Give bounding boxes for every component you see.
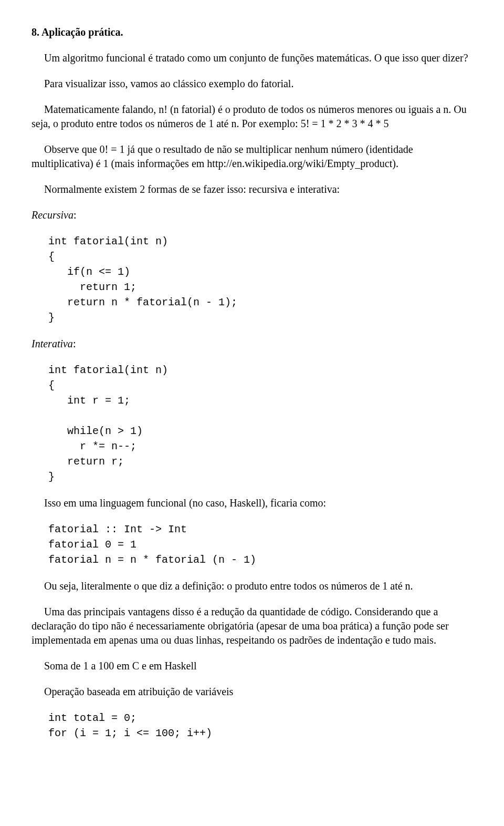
paragraph-intro: Um algoritmo funcional é tratado como um… [32, 51, 472, 65]
label-interativa: Interativa: [32, 337, 472, 351]
paragraph-factorial-def: Matematicamente falando, n! (n fatorial)… [32, 102, 472, 131]
paragraph-haskell-intro: Isso em uma linguagem funcional (no caso… [32, 496, 472, 510]
paragraph-two-forms: Normalmente existem 2 formas de se fazer… [32, 182, 472, 197]
paragraph-advantages: Uma das principais vantagens disso é a r… [32, 605, 472, 647]
code-interativa: int fatorial(int n) { int r = 1; while(n… [32, 363, 472, 484]
code-recursiva: int fatorial(int n) { if(n <= 1) return … [32, 234, 472, 325]
paragraph-sum-heading: Soma de 1 a 100 em C e em Haskell [32, 659, 472, 673]
code-sum-c: int total = 0; for (i = 1; i <= 100; i++… [32, 710, 472, 741]
paragraph-operation: Operação baseada em atribuição de variáv… [32, 685, 472, 699]
section-heading: 8. Aplicação prática. [32, 25, 472, 39]
label-recursiva: Recursiva: [32, 208, 472, 222]
paragraph-example-intro: Para visualizar isso, vamos ao clássico … [32, 77, 472, 91]
code-haskell: fatorial :: Int -> Int fatorial 0 = 1 fa… [32, 522, 472, 567]
paragraph-zero-factorial: Observe que 0! = 1 já que o resultado de… [32, 142, 472, 171]
paragraph-definition: Ou seja, literalmente o que diz a defini… [32, 579, 472, 593]
